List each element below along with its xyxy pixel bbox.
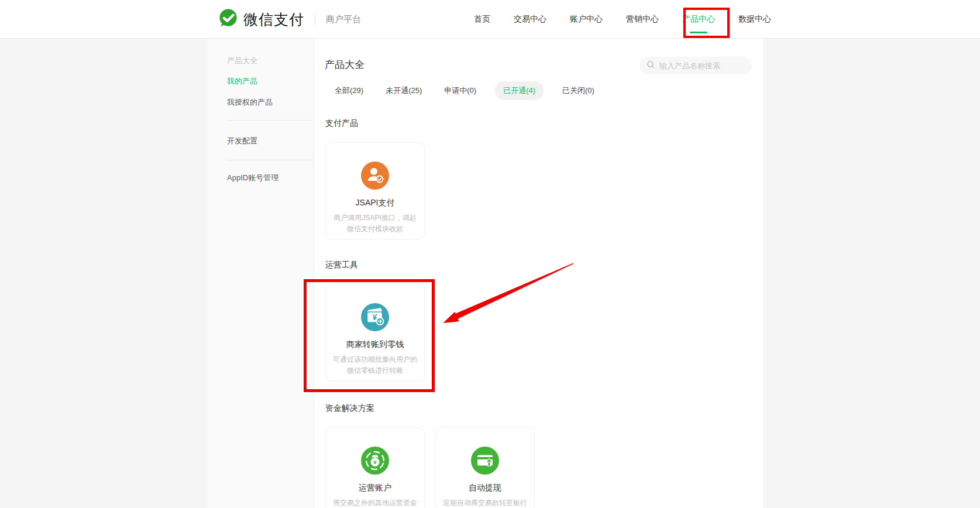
product-card-description: 商户调用JSAPI接口，调起 微信支付模块收款 <box>333 212 416 235</box>
nav-item-data-center[interactable]: 数据中心 <box>738 14 771 25</box>
section-operation-tools: 运营工具 ¥ 商家转账到零钱 可通过该功能批量向用户的 微信零钱进行转账 <box>325 260 425 381</box>
product-card-title: 商家转账到零钱 <box>346 339 404 350</box>
logo-text: 微信支付 <box>243 10 304 29</box>
sidebar-item-appid-management[interactable]: AppID账号管理 <box>227 173 314 183</box>
sidebar: 产品大全 我的产品 我授权的产品 开发配置 AppID账号管理 <box>207 39 314 508</box>
sidebar-item-my-products[interactable]: 我的产品 <box>227 77 314 86</box>
nav-item-home[interactable]: 首页 <box>474 14 490 25</box>
nav-item-marketing-center[interactable]: 营销中心 <box>626 14 659 25</box>
filter-applying[interactable]: 申请中(0) <box>444 85 476 96</box>
wechat-pay-logo[interactable]: 微信支付 商户平台 <box>218 0 361 39</box>
product-card-title: 运营账户 <box>359 483 391 493</box>
product-card-description: 可通过该功能批量向用户的 微信零钱进行转账 <box>333 354 417 376</box>
section-title: 运营工具 <box>325 260 425 270</box>
sidebar-item-dev-config[interactable]: 开发配置 <box>227 136 314 146</box>
filter-all[interactable]: 全部(29) <box>335 85 363 96</box>
product-search[interactable] <box>639 57 752 74</box>
section-fund-solutions: 资金解决方案 ¥ 运营账户 将交易之外的其他运营资金 管理单独管理 <box>325 403 535 508</box>
product-card-auto-withdraw[interactable]: 自动提现 定期自动将交易款转至银行 账户中 <box>435 427 535 508</box>
product-card-operating-account[interactable]: ¥ 运营账户 将交易之外的其他运营资金 管理单独管理 <box>325 427 425 508</box>
nav-item-account-center[interactable]: 账户中心 <box>570 14 603 25</box>
product-card-jsapi-pay[interactable]: JSAPI支付 商户调用JSAPI接口，调起 微信支付模块收款 <box>325 142 425 239</box>
section-title: 支付产品 <box>325 118 425 129</box>
nav-item-transaction-center[interactable]: 交易中心 <box>514 14 546 25</box>
main-content: 产品大全 全部(29) 未开通(25) 申请中(0) 已开通(4) 已关闭(0)… <box>314 39 764 508</box>
sidebar-item-authorized-products[interactable]: 我授权的产品 <box>227 98 314 107</box>
logo-divider <box>315 13 315 26</box>
filter-not-activated[interactable]: 未开通(25) <box>386 85 422 96</box>
product-card-merchant-transfer[interactable]: ¥ 商家转账到零钱 可通过该功能批量向用户的 微信零钱进行转账 <box>325 284 425 381</box>
page-title: 产品大全 <box>325 58 365 71</box>
sidebar-divider <box>227 120 314 121</box>
wallet-transfer-icon: ¥ <box>361 303 389 334</box>
top-header: 微信支付 商户平台 首页 交易中心 账户中心 营销中心 产品中心 数据中心 <box>0 0 980 39</box>
filter-activated[interactable]: 已开通(4) <box>495 81 544 100</box>
search-icon <box>647 60 655 71</box>
person-check-icon <box>361 162 389 192</box>
top-nav: 首页 交易中心 账户中心 营销中心 产品中心 数据中心 <box>474 0 771 39</box>
status-filter-tabs: 全部(29) 未开通(25) 申请中(0) 已开通(4) 已关闭(0) <box>335 85 594 96</box>
product-card-description: 将交易之外的其他运营资金 管理单独管理 <box>333 497 417 508</box>
nav-item-product-center[interactable]: 产品中心 <box>682 14 715 25</box>
moneybag-icon: ¥ <box>361 447 389 477</box>
filter-closed[interactable]: 已关闭(0) <box>562 85 594 96</box>
card-withdraw-icon <box>471 447 499 477</box>
svg-text:¥: ¥ <box>373 459 377 465</box>
product-card-title: JSAPI支付 <box>356 198 395 208</box>
product-card-title: 自动提现 <box>469 483 501 493</box>
sidebar-item-product-catalog[interactable]: 产品大全 <box>227 56 314 66</box>
search-input[interactable] <box>659 61 745 70</box>
sidebar-divider <box>227 160 314 160</box>
portal-label: 商户平台 <box>326 14 361 25</box>
section-payment-products: 支付产品 JSAPI支付 商户调用JSAPI接口，调起 微信支付模块收款 <box>325 118 425 239</box>
product-card-description: 定期自动将交易款转至银行 账户中 <box>443 497 527 508</box>
section-title: 资金解决方案 <box>325 403 535 414</box>
wechat-pay-logo-icon <box>218 8 238 30</box>
